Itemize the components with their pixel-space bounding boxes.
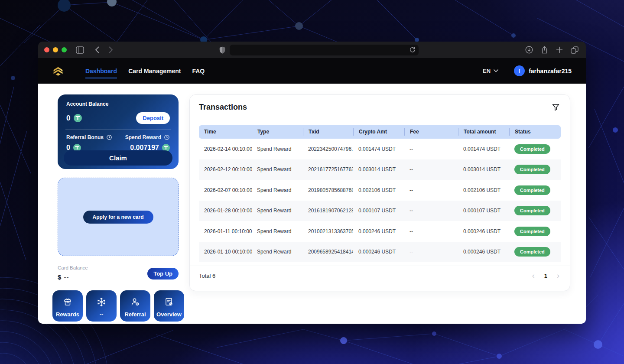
cell-total: 0.003014 USDT	[458, 166, 509, 172]
status-badge: Completed	[514, 206, 550, 215]
cell-fee: --	[404, 187, 458, 193]
history-clock-icon[interactable]	[106, 134, 112, 140]
transactions-panel: Transactions Time Type Txid Crypto Amt F…	[189, 94, 570, 291]
gift-icon	[62, 296, 73, 309]
tile-label: Rewards	[56, 311, 79, 318]
history-clock-icon[interactable]	[164, 134, 170, 140]
cell-total: 0.000246 USDT	[458, 249, 509, 255]
cell-total: 0.000246 USDT	[458, 228, 509, 234]
footer-divider	[190, 266, 570, 266]
status-badge: Completed	[514, 165, 550, 174]
privacy-shield-icon[interactable]	[219, 46, 225, 54]
table-row[interactable]: 2026-02-12 00:10:00 Spend Reward 2021617…	[199, 159, 561, 180]
person-star-icon	[130, 296, 140, 309]
minimize-window-button[interactable]	[53, 47, 58, 52]
deposit-button[interactable]: Deposit	[136, 112, 170, 124]
cell-crypto: 0.003014 USDT	[353, 166, 404, 172]
pagination: ‹ 1 ›	[532, 272, 559, 280]
nav-link-dashboard[interactable]: Dashboard	[85, 64, 117, 78]
new-tab-icon[interactable]	[554, 45, 565, 55]
cell-txid: 2021617725167763...	[303, 166, 353, 172]
zoom-window-button[interactable]	[62, 47, 67, 52]
account-balance-value: 0	[66, 114, 70, 123]
app-navbar: Dashboard Card Management FAQ EN f farha…	[38, 58, 586, 84]
table-row[interactable]: 2026-02-14 00:10:00 Spend Reward 2022342…	[199, 139, 561, 159]
reload-icon[interactable]	[410, 47, 415, 53]
account-balance-card: Account Balance 0 Deposit Referral Bonus…	[58, 94, 179, 169]
cell-crypto: 0.000107 USDT	[353, 208, 404, 214]
filter-button[interactable]	[552, 104, 559, 111]
user-menu[interactable]: f farhanzafar215	[514, 65, 572, 76]
top-up-button[interactable]: Top Up	[147, 268, 179, 280]
tether-icon	[74, 114, 82, 122]
traffic-lights	[44, 47, 67, 52]
card-divider	[65, 130, 171, 130]
cell-time: 2026-01-10 00:10:00	[199, 249, 252, 255]
cell-time: 2026-02-14 00:10:00	[199, 146, 252, 152]
cell-txid: 2016181907062128...	[303, 208, 353, 214]
cell-type: Spend Reward	[252, 187, 303, 193]
cell-type: Spend Reward	[252, 166, 303, 172]
referral-bonus-label: Referral Bonus	[66, 134, 104, 140]
col-type: Type	[252, 128, 303, 136]
cell-type: Spend Reward	[252, 249, 303, 255]
card-balance-section: Card Balance $ -- Top Up	[58, 265, 179, 281]
cell-fee: --	[404, 249, 458, 255]
col-status: Status	[509, 128, 561, 136]
tile-referral[interactable]: Referral	[120, 290, 150, 322]
cell-type: Spend Reward	[252, 146, 303, 152]
table-row[interactable]: 2026-02-07 00:10:00 Spend Reward 2019805…	[199, 180, 561, 201]
cell-crypto: 0.001474 USDT	[353, 146, 404, 152]
prev-page-icon[interactable]: ‹	[532, 272, 535, 280]
cell-total: 0.000107 USDT	[458, 208, 509, 214]
tile-overview[interactable]: Overview	[154, 290, 184, 322]
downloads-icon[interactable]	[524, 45, 534, 55]
browser-window: Dashboard Card Management FAQ EN f farha…	[38, 42, 586, 324]
tile-label: Overview	[156, 311, 182, 318]
total-count: Total 6	[199, 273, 215, 279]
col-crypto-amt: Crypto Amt	[353, 128, 404, 136]
col-fee: Fee	[404, 128, 458, 136]
tile-rewards[interactable]: Rewards	[52, 290, 83, 322]
sidebar-toggle-icon[interactable]	[75, 45, 85, 55]
table-row[interactable]: 2026-01-28 00:10:00 Spend Reward 2016181…	[199, 201, 561, 221]
status-badge: Completed	[514, 227, 550, 236]
current-page[interactable]: 1	[544, 273, 547, 279]
cell-time: 2026-02-07 00:10:00	[199, 187, 252, 193]
tab-overview-icon[interactable]	[569, 45, 580, 55]
col-time: Time	[199, 128, 252, 136]
new-card-placeholder: Apply for a new card	[58, 178, 179, 256]
claim-button[interactable]: Claim	[64, 150, 172, 166]
nav-links: Dashboard Card Management FAQ	[85, 64, 205, 78]
cell-txid: 2010021313363705...	[303, 228, 353, 234]
spend-reward-label: Spend Reward	[125, 134, 161, 140]
transactions-title: Transactions	[199, 103, 247, 112]
brand-logo-icon[interactable]	[51, 64, 65, 78]
nav-link-faq[interactable]: FAQ	[192, 64, 205, 78]
transactions-table: Time Type Txid Crypto Amt Fee Total amou…	[199, 125, 561, 262]
tile-freeze[interactable]: --	[86, 290, 117, 322]
nav-link-card-management[interactable]: Card Management	[128, 64, 181, 78]
table-row[interactable]: 2026-01-11 00:10:00 Spend Reward 2010021…	[199, 221, 561, 242]
next-page-icon[interactable]: ›	[557, 272, 559, 280]
browser-chrome	[38, 42, 586, 58]
snowflake-icon	[97, 296, 106, 309]
cell-fee: --	[404, 208, 458, 214]
language-selector[interactable]: EN	[483, 68, 498, 74]
forward-icon[interactable]	[106, 45, 116, 55]
cell-crypto: 0.002106 USDT	[353, 187, 404, 193]
share-icon[interactable]	[539, 45, 549, 55]
chevron-down-icon	[494, 69, 498, 72]
table-row[interactable]: 2026-01-10 00:10:00 Spend Reward 2009658…	[199, 242, 561, 263]
col-txid: Txid	[303, 128, 353, 136]
avatar: f	[514, 65, 525, 76]
filter-funnel-icon	[552, 104, 559, 111]
quick-tiles: Rewards -- Referral Overview	[52, 290, 184, 322]
cell-txid: 2019805785688768...	[303, 187, 353, 193]
account-balance-title: Account Balance	[66, 101, 170, 107]
cell-type: Spend Reward	[252, 208, 303, 214]
apply-new-card-button[interactable]: Apply for a new card	[83, 211, 153, 224]
close-window-button[interactable]	[44, 47, 49, 52]
address-bar[interactable]	[230, 45, 419, 55]
back-icon[interactable]	[92, 45, 102, 55]
